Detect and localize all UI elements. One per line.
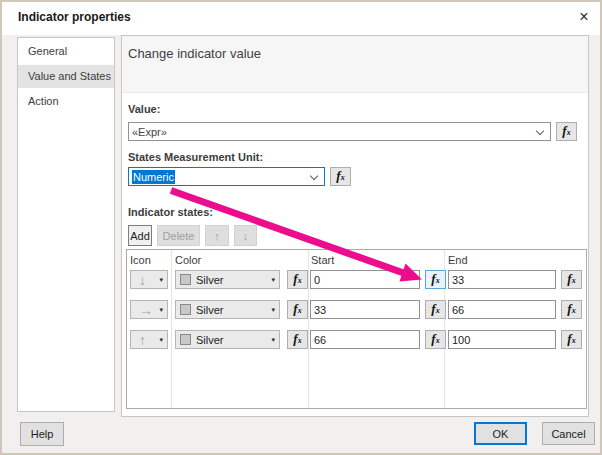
- value-dropdown[interactable]: «Expr»: [128, 122, 551, 141]
- unit-label: States Measurement Unit:: [128, 151, 263, 163]
- sidebar-item-value-and-states[interactable]: Value and States: [18, 65, 114, 88]
- column-divider: [308, 250, 309, 408]
- fx-icon: fx: [567, 274, 575, 286]
- fx-icon: fx: [562, 126, 570, 138]
- close-icon[interactable]: ×: [570, 4, 598, 30]
- color-dropdown-text: Silver: [196, 334, 224, 346]
- fx-icon: fx: [431, 274, 439, 286]
- fx-icon: fx: [293, 304, 301, 316]
- icon-dropdown[interactable]: ↓ ▾: [130, 270, 168, 289]
- silver-color-swatch: [180, 274, 191, 285]
- end-fx-button[interactable]: fx: [561, 300, 582, 319]
- dropdown-caret-icon: ▾: [159, 336, 163, 344]
- delete-button[interactable]: Delete: [157, 225, 200, 246]
- indicator-properties-dialog: Indicator properties × General Value and…: [0, 0, 602, 455]
- chevron-down-icon: [310, 172, 318, 180]
- unit-dropdown-text: Numeric: [132, 170, 175, 184]
- end-fx-button[interactable]: fx: [561, 270, 582, 289]
- start-fx-button[interactable]: fx: [425, 270, 446, 289]
- page-title: Change indicator value: [128, 46, 261, 61]
- dropdown-caret-icon: ▾: [271, 306, 275, 314]
- start-fx-button[interactable]: fx: [425, 330, 446, 349]
- move-up-button[interactable]: ↑: [205, 225, 229, 246]
- column-header-start: Start: [311, 254, 334, 266]
- color-dropdown-text: Silver: [196, 304, 224, 316]
- fx-icon: fx: [431, 304, 439, 316]
- start-value-input[interactable]: [310, 270, 420, 289]
- up-arrow-icon: ↑: [139, 333, 146, 347]
- column-header-color: Color: [175, 254, 201, 266]
- add-button[interactable]: Add: [128, 225, 152, 246]
- unit-dropdown[interactable]: Numeric: [128, 167, 325, 186]
- title-bar: Indicator properties ×: [2, 2, 600, 35]
- help-button[interactable]: Help: [20, 422, 64, 446]
- icon-dropdown[interactable]: ↑ ▾: [130, 330, 168, 349]
- column-header-icon: Icon: [130, 254, 151, 266]
- start-fx-button[interactable]: fx: [425, 300, 446, 319]
- value-fx-button[interactable]: fx: [556, 122, 577, 141]
- dropdown-caret-icon: ▾: [271, 276, 275, 284]
- cancel-button[interactable]: Cancel: [542, 422, 595, 445]
- down-arrow-icon: ↓: [139, 273, 146, 287]
- dialog-title: Indicator properties: [18, 10, 131, 24]
- chevron-down-icon: [536, 127, 544, 135]
- ok-button[interactable]: OK: [474, 422, 527, 445]
- color-dropdown[interactable]: Silver ▾: [175, 330, 280, 349]
- fx-icon: fx: [431, 334, 439, 346]
- color-dropdown[interactable]: Silver ▾: [175, 300, 280, 319]
- dropdown-caret-icon: ▾: [159, 276, 163, 284]
- icon-dropdown[interactable]: → ▾: [130, 300, 168, 319]
- indicator-states-label: Indicator states:: [128, 206, 213, 218]
- fx-icon: fx: [567, 334, 575, 346]
- color-fx-button[interactable]: fx: [287, 300, 308, 319]
- down-arrow-icon: ↓: [243, 230, 249, 242]
- silver-color-swatch: [180, 304, 191, 315]
- dropdown-caret-icon: ▾: [159, 306, 163, 314]
- start-value-input[interactable]: [310, 300, 420, 319]
- color-fx-button[interactable]: fx: [287, 270, 308, 289]
- color-fx-button[interactable]: fx: [287, 330, 308, 349]
- color-dropdown[interactable]: Silver ▾: [175, 270, 280, 289]
- end-value-input[interactable]: [448, 270, 556, 289]
- color-dropdown-text: Silver: [196, 274, 224, 286]
- end-fx-button[interactable]: fx: [561, 330, 582, 349]
- start-value-input[interactable]: [310, 330, 420, 349]
- column-divider: [171, 250, 172, 408]
- fx-icon: fx: [567, 304, 575, 316]
- sidebar-item-action[interactable]: Action: [18, 90, 114, 113]
- up-arrow-icon: ↑: [214, 230, 220, 242]
- indicator-states-table: Icon Color Start End ↓ ▾ Silver ▾ fx fx: [126, 249, 587, 409]
- fx-icon: fx: [293, 334, 301, 346]
- end-value-input[interactable]: [448, 300, 556, 319]
- column-header-end: End: [448, 254, 468, 266]
- panel-header: [122, 36, 588, 93]
- value-dropdown-text: «Expr»: [132, 126, 167, 138]
- sidebar: General Value and States Action: [17, 37, 115, 412]
- move-down-button[interactable]: ↓: [234, 225, 257, 246]
- fx-icon: fx: [293, 274, 301, 286]
- dropdown-caret-icon: ▾: [271, 336, 275, 344]
- end-value-input[interactable]: [448, 330, 556, 349]
- value-label: Value:: [128, 103, 160, 115]
- right-arrow-icon: →: [139, 303, 153, 317]
- sidebar-item-general[interactable]: General: [18, 40, 114, 63]
- fx-icon: fx: [336, 171, 344, 183]
- unit-fx-button[interactable]: fx: [330, 167, 351, 186]
- silver-color-swatch: [180, 334, 191, 345]
